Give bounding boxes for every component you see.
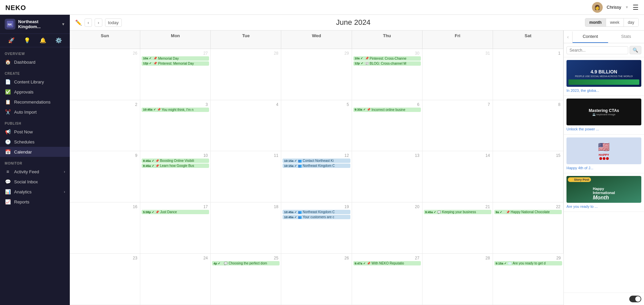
sidebar-item-approvals[interactable]: ✅ Approvals bbox=[0, 87, 70, 97]
cal-cell-27: 27 9:47a ✓📌With NEKO Reputatio bbox=[352, 254, 423, 305]
cal-cell-23: 23 bbox=[70, 254, 140, 305]
content-card-49billion[interactable]: 4.9 BILLION PEOPLE USE SOCIAL MEDIA ACRO… bbox=[564, 57, 644, 96]
cal-event[interactable]: 9:33a ✓📌Incorrect online busine bbox=[353, 108, 421, 112]
cal-toolbar: ✏️ ‹ › today June 2024 month week day bbox=[70, 15, 644, 30]
cal-header-fri: Fri bbox=[423, 30, 493, 49]
sidebar-item-label: Schedules bbox=[14, 139, 35, 144]
story-badge: ⚡ Story Post bbox=[568, 177, 591, 182]
cal-grid: Sun Mon Tue Wed Thu Fri Sat 26 27 10a ✓📌… bbox=[70, 30, 563, 305]
sidebar-item-auto-import[interactable]: ✂️ Auto Import bbox=[0, 107, 70, 117]
cal-event[interactable]: 9:15a ✓✉️Are you ready to get d bbox=[494, 261, 562, 265]
cal-event[interactable]: 8:45a ✓📌Boosting Online Visibili bbox=[142, 159, 209, 163]
sidebar-header[interactable]: NK Northeast Kingdom... ▼ bbox=[0, 15, 70, 34]
home-icon: 🏠 bbox=[5, 59, 11, 65]
cal-prev-btn[interactable]: ‹ bbox=[85, 18, 92, 27]
svg-text:NK: NK bbox=[8, 23, 12, 26]
cal-cell-18: 18 bbox=[211, 202, 281, 254]
cal-event[interactable]: 12p ✓📌Pinterest: Memorial Day bbox=[142, 61, 209, 66]
cal-event[interactable]: 5:08p ✓📌Just Dance bbox=[142, 210, 209, 214]
cal-event[interactable]: 9a ✓📌Happy National Chocolate bbox=[494, 210, 562, 214]
cal-header-mon: Mon bbox=[140, 30, 211, 49]
cal-cell-12: 12 10:15a ✓👥Contact Northeast Ki 10:15a … bbox=[281, 151, 352, 202]
view-day-btn[interactable]: day bbox=[624, 18, 638, 26]
sidebar-item-schedules[interactable]: 🕐 Schedules bbox=[0, 137, 70, 147]
cal-cell-26: 26 bbox=[281, 254, 352, 305]
sidebar-item-dashboard[interactable]: 🏠 Dashboard bbox=[0, 57, 70, 67]
cal-header-tue: Tue bbox=[211, 30, 281, 49]
cal-event[interactable]: 12p ✓📰BLOG: Cross-channel M bbox=[353, 61, 421, 66]
cal-cell-3: 3 10:45a ✓📌You might think, I'm n bbox=[140, 100, 211, 151]
sidebar-item-label: Auto Import bbox=[14, 110, 37, 115]
content-card-ctas[interactable]: Mastering CTAs 💻 keyboard image Unlock t… bbox=[564, 96, 644, 134]
cal-cell-11: 11 bbox=[211, 151, 281, 202]
sidebar-item-label: Social Inbox bbox=[14, 179, 38, 184]
cal-cell-16: 16 bbox=[70, 202, 140, 254]
panel-search-button[interactable]: 🔍 bbox=[630, 46, 641, 54]
calendar-icon: 📅 bbox=[5, 149, 11, 155]
content-card-4thjuly[interactable]: 🇺🇸 HAPPY Happy 4th of J... bbox=[564, 135, 644, 173]
cal-cell-19: 19 10:45a ✓👥Northeast Kingdom C 10:45a ✓… bbox=[281, 202, 352, 254]
cal-event[interactable]: 10:45a ✓📌You might think, I'm n bbox=[142, 108, 209, 112]
sidebar-item-reports[interactable]: 📈 Reports bbox=[0, 197, 70, 207]
tab-stats[interactable]: Stats bbox=[608, 30, 644, 43]
cal-event[interactable]: 9:47a ✓📌With NEKO Reputatio bbox=[353, 261, 421, 265]
sidebar-item-calendar[interactable]: 📅 Calendar bbox=[0, 147, 70, 157]
rocket-icon[interactable]: 🚀 bbox=[8, 37, 15, 44]
sidebar-item-analytics[interactable]: 📊 Analytics › bbox=[0, 187, 70, 197]
sidebar-item-label: Content Library bbox=[14, 79, 44, 84]
sidebar-item-social-inbox[interactable]: 💬 Social Inbox bbox=[0, 177, 70, 187]
pencil-icon[interactable]: ✏️ bbox=[75, 19, 82, 26]
hamburger-icon[interactable]: ☰ bbox=[633, 3, 639, 11]
cal-header-sun: Sun bbox=[70, 30, 140, 49]
cal-event[interactable]: 10:45a ✓👥Your customers are c bbox=[283, 215, 350, 219]
svg-text:NEKO: NEKO bbox=[5, 4, 26, 11]
section-publish: Publish bbox=[0, 117, 70, 127]
cal-cell-29-may: 29 bbox=[281, 49, 352, 100]
tab-content[interactable]: Content bbox=[573, 30, 608, 43]
panel-collapse-arrow[interactable]: ‹ bbox=[564, 32, 573, 42]
sidebar-item-post-now[interactable]: 📢 Post Now bbox=[0, 127, 70, 137]
view-month-btn[interactable]: month bbox=[585, 18, 606, 26]
org-dropdown-arrow[interactable]: ▼ bbox=[61, 22, 65, 26]
view-week-btn[interactable]: week bbox=[606, 18, 624, 26]
cal-event[interactable]: 8:45a ✓📌Learn how Google Bus bbox=[142, 164, 209, 168]
sidebar-item-label: Approvals bbox=[14, 89, 34, 95]
section-monitor: Monitor bbox=[0, 157, 70, 167]
cal-event[interactable]: 10:45a ✓👥Northeast Kingdom C bbox=[283, 210, 350, 214]
panel-search-input[interactable] bbox=[566, 46, 628, 54]
list-icon: 📋 bbox=[5, 99, 11, 105]
cal-event[interactable]: 9:45a ✓💬Keeping your business bbox=[424, 210, 491, 214]
cal-cell-6: 6 9:33a ✓📌Incorrect online busine bbox=[352, 100, 423, 151]
panel-footer bbox=[564, 293, 644, 305]
cal-event[interactable]: 10:15a ✓👥Contact Northeast Ki bbox=[283, 159, 350, 163]
right-panel-content: 4.9 BILLION PEOPLE USE SOCIAL MEDIA ACRO… bbox=[564, 57, 644, 293]
cal-today-btn[interactable]: today bbox=[105, 18, 122, 27]
cal-event[interactable]: 10a ✓📌Pinterest: Cross-Channe bbox=[353, 56, 421, 61]
avatar[interactable]: 👩 bbox=[592, 2, 603, 13]
toggle-switch[interactable] bbox=[629, 296, 641, 302]
cal-cell-13: 13 bbox=[352, 151, 423, 202]
sidebar-item-recommendations[interactable]: 📋 Recommendations bbox=[0, 97, 70, 107]
cal-cell-25: 25 4p ✓💬Choosing the perfect dom bbox=[211, 254, 281, 305]
bulb-icon[interactable]: 💡 bbox=[24, 37, 31, 44]
cal-next-btn[interactable]: › bbox=[95, 18, 102, 27]
content-card-story[interactable]: ⚡ Story Post HappyInternationalMonth Are… bbox=[564, 173, 644, 212]
bell-icon[interactable]: 🔔 bbox=[40, 37, 46, 44]
cal-cell-2: 2 bbox=[70, 100, 140, 151]
cal-event[interactable]: 10a ✓📌Memorial Day bbox=[142, 56, 209, 61]
sidebar-item-activity-feed[interactable]: ≡ Activity Feed › bbox=[0, 167, 70, 177]
calendar-and-panel: Sun Mon Tue Wed Thu Fri Sat 26 27 10a ✓📌… bbox=[70, 30, 644, 305]
toggle-knob bbox=[635, 296, 641, 302]
cal-cell-9: 9 bbox=[70, 151, 140, 202]
cal-cell-20: 20 bbox=[352, 202, 423, 254]
cal-cell-29: 29 9:15a ✓✉️Are you ready to get d bbox=[493, 254, 563, 305]
cal-event[interactable]: 10:15a ✓👥Northeast Kingdom C bbox=[283, 164, 350, 168]
cal-event[interactable]: 4p ✓💬Choosing the perfect dom bbox=[212, 261, 280, 265]
chevron-right-icon: › bbox=[64, 170, 65, 174]
settings-icon[interactable]: ⚙️ bbox=[55, 37, 62, 44]
cal-cell-24: 24 bbox=[140, 254, 211, 305]
cal-header-thu: Thu bbox=[352, 30, 423, 49]
cal-cell-14: 14 bbox=[423, 151, 493, 202]
section-overview: Overview bbox=[0, 47, 70, 57]
sidebar-item-content-library[interactable]: 📄 Content Library bbox=[0, 77, 70, 87]
